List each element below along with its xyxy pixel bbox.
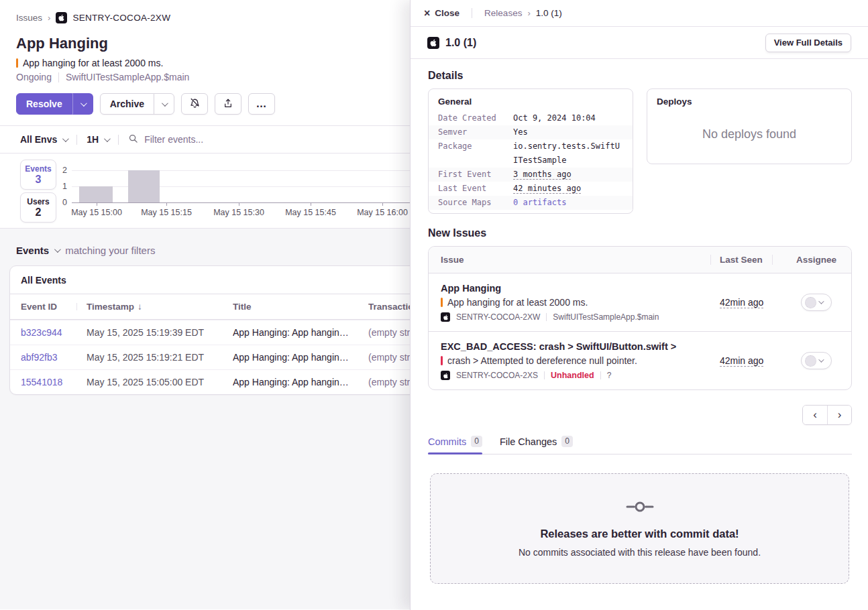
divider: [600, 371, 601, 379]
chevron-down-icon: [62, 135, 69, 142]
events-stat-label: Events: [25, 164, 51, 174]
divider: [76, 135, 77, 145]
drawer-content: Details General Date Created Oct 9, 2024…: [411, 59, 868, 584]
new-issues-table-header: Issue Last Seen Assignee: [429, 247, 851, 273]
first-event-tooltip[interactable]: 3 months ago: [513, 168, 623, 182]
last-seen-tooltip[interactable]: 42min ago: [720, 355, 763, 366]
last-event-tooltip[interactable]: 42 minutes ago: [513, 182, 623, 196]
x-axis-tick-label: May 15 15:30: [207, 208, 271, 217]
artifacts-link[interactable]: 0 artifacts: [513, 196, 623, 210]
chevron-down-icon: [818, 298, 824, 304]
breadcrumb-issues-link[interactable]: Issues: [16, 13, 42, 23]
divider: [472, 8, 472, 18]
release-header: 1.0 (1) View Full Details: [411, 27, 868, 59]
help-icon[interactable]: ?: [607, 371, 612, 380]
events-dropdown-label: Events: [16, 245, 49, 256]
breadcrumb-releases-link[interactable]: Releases: [484, 8, 522, 18]
view-full-details-button[interactable]: View Full Details: [765, 34, 851, 52]
previous-page-button[interactable]: ‹: [803, 406, 827, 424]
column-header-assignee: Assignee: [781, 255, 851, 265]
bell-slash-icon: [189, 97, 201, 111]
level-indicator: [441, 298, 443, 307]
events-dropdown[interactable]: Events: [16, 245, 59, 256]
x-axis-tick: [239, 203, 239, 206]
y-axis-tick-label: 2: [62, 166, 67, 175]
event-title: App Hanging: App hangin…: [233, 352, 368, 363]
issue-link[interactable]: EXC_BAD_ACCESS: crash > SwiftUI/Button.s…: [441, 341, 720, 352]
deploys-card: Deploys No deploys found: [647, 88, 852, 164]
breadcrumb-separator-icon: ›: [527, 8, 530, 18]
events-header-suffix: matching your filters: [65, 245, 155, 256]
general-row-package: Package io.sentry.tests.SwiftUITestSampl…: [429, 139, 633, 168]
general-row-first-event: First Event 3 months ago: [429, 168, 633, 182]
divider: [546, 313, 547, 321]
general-row-last-event: Last Event 42 minutes ago: [429, 182, 633, 196]
users-stat-value: 2: [36, 206, 42, 219]
issue-row[interactable]: App Hanging App hanging for at least 200…: [429, 273, 851, 331]
deploys-empty-message: No deploys found: [647, 111, 851, 164]
close-label: Close: [435, 8, 459, 18]
x-axis-tick: [166, 203, 167, 206]
chart-gridline: [72, 186, 413, 187]
app-root: Issues › SENTRY-COCOA-2XW App Hanging Ap…: [0, 0, 868, 610]
x-axis-tick-label: May 15 16:00: [350, 208, 415, 217]
event-timestamp: May 15, 2025 15:19:39 EDT: [87, 327, 233, 338]
environment-filter[interactable]: All Envs: [20, 134, 67, 145]
mute-button[interactable]: [181, 93, 208, 115]
event-chart-plot: [72, 170, 413, 203]
archive-button[interactable]: Archive: [100, 93, 154, 115]
issue-status: Ongoing: [16, 72, 52, 82]
event-id-link[interactable]: 15541018: [21, 377, 87, 387]
chart-bar: [79, 186, 113, 202]
chevron-down-icon: [104, 135, 111, 142]
issue-row[interactable]: EXC_BAD_ACCESS: crash > SwiftUI/Button.s…: [429, 331, 851, 389]
archive-split-button: Archive: [100, 93, 174, 115]
divider: [544, 371, 545, 379]
time-range-filter[interactable]: 1H: [87, 134, 109, 145]
resolve-dropdown-button[interactable]: [72, 93, 93, 115]
event-title: App Hanging: App hangin…: [233, 327, 368, 338]
breadcrumb-separator-icon: ›: [48, 13, 50, 23]
event-id-link[interactable]: b323c944: [21, 327, 87, 338]
close-drawer-button[interactable]: × Close: [424, 8, 459, 18]
chevron-left-icon: ‹: [813, 408, 817, 422]
assignee-dropdown[interactable]: [801, 294, 832, 311]
apple-platform-icon: [56, 12, 67, 23]
time-range-label: 1H: [87, 134, 99, 145]
search-icon: [128, 133, 138, 145]
resolve-split-button: Resolve: [16, 93, 93, 115]
event-id-link[interactable]: abf92fb3: [21, 352, 87, 363]
commits-empty-title: Releases are better with commit data!: [540, 528, 739, 540]
divider: [118, 135, 119, 145]
event-title: App Hanging: App hangin…: [233, 377, 368, 387]
commits-empty-state: Releases are better with commit data! No…: [430, 473, 849, 584]
issue-link[interactable]: App Hanging: [441, 283, 720, 294]
issue-subtitle: App hanging for at least 2000 ms.: [447, 297, 588, 308]
issue-project-id: SENTRY-COCOA-2XS: [456, 371, 538, 380]
deploys-card-title: Deploys: [647, 89, 851, 111]
more-actions-button[interactable]: …: [248, 93, 275, 115]
assignee-dropdown[interactable]: [801, 352, 832, 369]
column-header-title[interactable]: Title: [233, 302, 368, 312]
apple-platform-icon: [441, 312, 450, 322]
event-timestamp: May 15, 2025 15:19:21 EDT: [87, 352, 233, 363]
y-axis-tick-label: 0: [62, 198, 67, 207]
new-issues-table: Issue Last Seen Assignee App Hanging App…: [428, 246, 852, 390]
tab-file-changes[interactable]: File Changes 0: [500, 436, 573, 454]
archive-dropdown-button[interactable]: [154, 93, 174, 115]
x-axis-tick: [382, 203, 383, 206]
level-indicator: [441, 356, 443, 365]
x-axis-tick: [311, 203, 311, 206]
tab-commits[interactable]: Commits 0: [428, 436, 482, 454]
file-changes-count-badge: 0: [561, 436, 573, 447]
share-button[interactable]: [215, 93, 241, 115]
apple-platform-icon: [427, 37, 439, 49]
users-stat-label: Users: [27, 197, 49, 206]
issue-transaction: SwiftUITestSampleApp.$main: [553, 312, 659, 322]
next-page-button[interactable]: ›: [827, 406, 851, 424]
release-tabs: Commits 0 File Changes 0: [428, 436, 852, 454]
general-row-semver: Semver Yes: [429, 125, 633, 139]
resolve-button[interactable]: Resolve: [16, 93, 72, 115]
last-seen-tooltip[interactable]: 42min ago: [720, 297, 763, 308]
column-header-timestamp[interactable]: Timestamp↓: [87, 302, 233, 312]
